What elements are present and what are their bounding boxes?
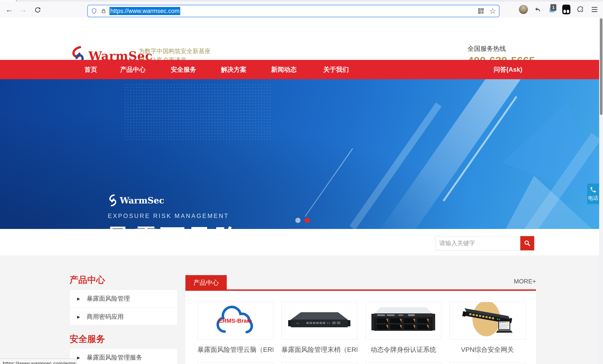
next-row-card-stub (365, 363, 441, 364)
vpn-gateway-icon (450, 302, 525, 339)
banner-subtitle: EXPOSURE RISK MANAGEMENT (108, 212, 229, 220)
dark-extension-button[interactable] (560, 1, 572, 17)
tracking-protection-shield-icon[interactable] (91, 8, 97, 14)
tab-divider (16, 0, 17, 1)
scrollbar-thumb[interactable] (600, 18, 603, 115)
nav-item-ask[interactable]: 问答(Ask) (494, 60, 522, 79)
product-title: 暴露面风险管理云脑（ERMS... (197, 345, 273, 354)
lock-icon[interactable] (101, 8, 106, 14)
svg-text:WS: WS (296, 322, 299, 324)
banner-title: 暴露面风险 (105, 222, 243, 229)
nav-item-home[interactable]: 首页 (84, 60, 97, 79)
bookmark-star-icon[interactable]: ☆ (489, 7, 496, 15)
profile-avatar[interactable] (517, 1, 530, 17)
extensions-button[interactable] (574, 1, 587, 17)
banner-decoration (560, 222, 603, 229)
sidebar-item-label: 暴露面风险管理 (87, 294, 130, 303)
banner-decoration (443, 96, 517, 201)
forward-button[interactable]: → (17, 1, 29, 17)
hero-banner[interactable]: WarmSec EXPOSURE RISK MANAGEMENT 暴露面风险 ▶… (0, 79, 603, 229)
site-header: WarmSec 为数字中国构筑安全新基座 用心让客户更满意 全国服务热线 400… (0, 17, 603, 60)
sidebar-heading-products: 产品中心 (70, 274, 105, 286)
product-image-vpn-gateway (450, 302, 525, 340)
tagline-line1: 为数字中国构筑安全新基座 (139, 47, 210, 56)
triangle-right-icon: ▶ (77, 296, 80, 301)
sidebar-item-erm[interactable]: ▶ 暴露面风险管理 (70, 290, 177, 308)
status-bar-link-preview: https://www.warmsec.com/erms/ (0, 359, 77, 364)
warmsec-logo-mark-white (107, 194, 118, 207)
product-image-rack-server-1u: WS (281, 302, 357, 340)
next-row-card-stub (197, 363, 273, 364)
banner-logo: WarmSec (107, 194, 164, 207)
sidebar-services-box: ▶ 暴露面风险管理服务 (70, 348, 178, 364)
product-card-otp-auth[interactable]: 动态令牌身份认证系统 (365, 302, 441, 354)
product-card-vpn-gateway[interactable]: VPN综合安全网关 (450, 302, 525, 354)
phone-icon (590, 186, 597, 193)
carousel-dot-1[interactable] (295, 218, 301, 223)
banner-decoration (350, 102, 442, 229)
dark-extension-icon (562, 5, 570, 14)
product-title: VPN综合安全网关 (450, 345, 525, 354)
hamburger-icon (591, 7, 597, 12)
next-row-card-stub (450, 363, 525, 364)
cloud-icon: ERMS-Brain (197, 302, 273, 339)
nav-item-solutions[interactable]: 解决方案 (221, 60, 246, 79)
product-title: 暴露面风险管理末梢（ERMS... (281, 345, 357, 354)
back-button[interactable]: ← (3, 1, 15, 17)
search-input[interactable] (435, 236, 520, 250)
hotline-label: 全国服务热线 (468, 45, 535, 53)
undo-arrow-icon (534, 6, 542, 13)
url-bar[interactable]: https://www.warmsec.com ☆ (88, 5, 499, 17)
magnifier-icon (524, 240, 531, 247)
banner-decoration (512, 133, 601, 229)
sidebar-heading-services: 安全服务 (70, 333, 105, 345)
sidebar-item-label: 暴露面风险管理服务 (87, 353, 142, 362)
tab-strip (0, 0, 603, 1)
forward-arrow-icon: → (19, 6, 27, 13)
banner-decoration (124, 83, 270, 141)
banner-decoration (305, 148, 353, 217)
urlbar-actions: ☆ (478, 5, 496, 17)
product-title: 动态令牌身份认证系统 (365, 345, 441, 354)
triangle-right-icon: ▶ (77, 315, 80, 319)
search-button[interactable] (520, 236, 534, 250)
product-image-rack-server-2u (365, 302, 441, 340)
reload-button[interactable] (31, 1, 44, 17)
banner-logo-text: WarmSec (120, 196, 164, 205)
extension-badge: 1 (550, 4, 557, 11)
url-text[interactable]: https://www.warmsec.com (109, 7, 180, 15)
products-tab[interactable]: 产品中心 (186, 275, 227, 290)
next-row-card-stub (281, 363, 357, 364)
nav-item-about[interactable]: 关于我们 (323, 60, 349, 79)
reload-icon (34, 6, 41, 13)
banner-decoration (460, 176, 595, 229)
banner-decoration (381, 79, 521, 229)
menu-button[interactable] (588, 1, 601, 17)
status-link-text: https://www.warmsec.com/erms/ (3, 361, 77, 364)
main-nav: 首页 产品中心 安全服务 解决方案 新闻动态 关于我们 问答(Ask) (0, 60, 603, 79)
back-arrow-icon: ← (5, 6, 13, 13)
carousel-dot-2-active[interactable] (305, 218, 310, 223)
product-card-erms-brain[interactable]: ERMS-Brain 暴露面风险管理云脑（ERMS... (197, 302, 273, 354)
more-link[interactable]: MORE+ (510, 278, 536, 285)
product-image-erms-brain-cloud: ERMS-Brain (197, 302, 273, 340)
sidebar-item-label: 商用密码应用 (87, 313, 124, 321)
nav-item-services[interactable]: 安全服务 (171, 60, 196, 79)
server-2u-icon (366, 302, 441, 339)
sidebar-item-erm-service[interactable]: ▶ 暴露面风险管理服务 (70, 349, 177, 364)
products-underline (186, 289, 536, 291)
vertical-scrollbar[interactable] (599, 17, 603, 364)
tab-strip-active-edge (0, 0, 16, 1)
avatar (519, 5, 528, 14)
puzzle-piece-icon (577, 6, 584, 13)
nav-item-news[interactable]: 新闻动态 (271, 60, 297, 79)
phone-float-button[interactable]: 电话 (587, 184, 599, 204)
nav-item-products[interactable]: 产品中心 (120, 60, 146, 79)
sidebar-products-box: ▶ 暴露面风险管理 ▶ 商用密码应用 (70, 289, 178, 325)
phone-label: 电话 (588, 195, 598, 201)
qr-code-icon[interactable] (478, 8, 484, 14)
triangle-right-icon: ▶ (77, 355, 80, 360)
extension-undo-button[interactable] (532, 1, 544, 17)
sidebar-item-crypto[interactable]: ▶ 商用密码应用 (70, 308, 177, 326)
product-card-erms-edge[interactable]: WS 暴露面风险管理末梢（ERMS... (281, 302, 357, 354)
